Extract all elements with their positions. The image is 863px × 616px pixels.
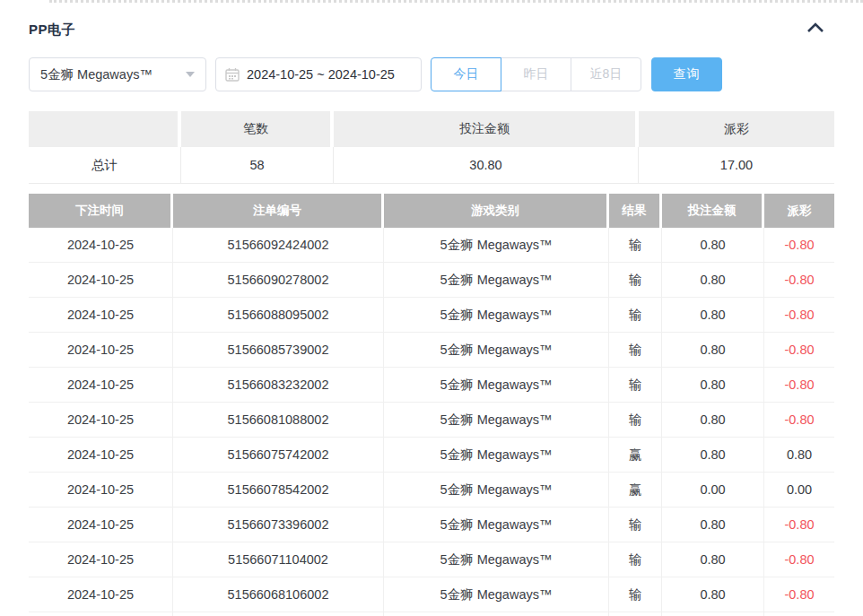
cell-bet-amount: 0.80	[662, 368, 764, 402]
cell-bet-time: 2024-10-25	[29, 263, 173, 297]
cell-bet-amount: 0.80	[662, 542, 764, 577]
panel-title: PP电子	[29, 22, 75, 39]
cell-result: 输	[609, 577, 662, 612]
quick-range-group: 今日 昨日 近8日	[431, 57, 641, 91]
table-row: 2024-10-25 51566068106002 5金狮 Megaways™ …	[29, 577, 834, 612]
cell-bet-amount: 0.80	[662, 612, 764, 616]
summary-header-payout: 派彩	[639, 111, 834, 147]
summary-header-row: 笔数 投注金额 派彩	[29, 111, 834, 147]
cell-payout: -0.80	[764, 612, 834, 616]
table-row: 2024-10-25 51566078542002 5金狮 Megaways™ …	[29, 473, 834, 508]
cell-payout: -0.80	[764, 228, 834, 262]
filter-controls: 5金狮 Megaways™ 2024-10-25 ~ 2024-10-25	[29, 57, 863, 91]
cell-bet-amount: 0.80	[662, 298, 764, 332]
cell-bet-amount: 0.00	[662, 473, 764, 507]
header-bet-time: 下注时间	[29, 194, 170, 228]
cell-game-type: 5金狮 Megaways™	[384, 228, 609, 262]
summary-total-bet-amount: 30.80	[334, 147, 639, 183]
table-row: 2024-10-25 51566065992002 5金狮 Megaways™ …	[29, 612, 834, 616]
cell-payout: -0.80	[764, 298, 834, 332]
cell-result: 输	[609, 298, 662, 332]
game-select[interactable]: 5金狮 Megaways™	[29, 57, 206, 91]
cell-game-type: 5金狮 Megaways™	[384, 333, 609, 367]
cell-game-type: 5金狮 Megaways™	[384, 298, 609, 332]
bet-table: 下注时间 注单编号 游戏类别 结果 投注金额 派彩 2024-10-25 515…	[29, 194, 834, 616]
cell-bet-id: 51566071104002	[173, 542, 384, 577]
yesterday-button[interactable]: 昨日	[501, 57, 571, 91]
cell-bet-id: 51566078542002	[173, 473, 384, 507]
cell-payout: -0.80	[764, 508, 834, 542]
top-dashed-divider	[49, 0, 863, 3]
date-range-picker[interactable]: 2024-10-25 ~ 2024-10-25	[215, 57, 422, 91]
query-button[interactable]: 查询	[651, 57, 722, 91]
cell-bet-amount: 0.80	[662, 263, 764, 297]
table-row: 2024-10-25 51566088095002 5金狮 Megaways™ …	[29, 298, 834, 333]
cell-result: 输	[609, 263, 662, 297]
cell-payout: 0.00	[764, 473, 834, 507]
cell-bet-amount: 0.80	[662, 508, 764, 542]
table-row: 2024-10-25 51566081088002 5金狮 Megaways™ …	[29, 403, 834, 438]
cell-result: 输	[609, 368, 662, 402]
cell-game-type: 5金狮 Megaways™	[384, 403, 609, 437]
chevron-up-icon	[806, 22, 824, 33]
table-row: 2024-10-25 51566073396002 5金狮 Megaways™ …	[29, 508, 834, 542]
cell-bet-id: 51566090278002	[173, 263, 384, 297]
header-bet-id: 注单编号	[173, 194, 381, 228]
cell-game-type: 5金狮 Megaways™	[384, 263, 609, 297]
cell-payout: -0.80	[764, 263, 834, 297]
bet-table-body: 2024-10-25 51566092424002 5金狮 Megaways™ …	[29, 228, 834, 616]
cell-game-type: 5金狮 Megaways™	[384, 368, 609, 402]
cell-bet-time: 2024-10-25	[29, 368, 173, 402]
cell-payout: -0.80	[764, 368, 834, 402]
collapse-button[interactable]	[806, 20, 825, 36]
cell-bet-time: 2024-10-25	[29, 228, 173, 262]
table-row: 2024-10-25 51566071104002 5金狮 Megaways™ …	[29, 542, 834, 577]
cell-bet-amount: 0.80	[662, 333, 764, 367]
cell-game-type: 5金狮 Megaways™	[384, 473, 609, 507]
game-select-value: 5金狮 Megaways™	[40, 66, 180, 83]
summary-table: 笔数 投注金额 派彩 总计 58 30.80 17.00	[29, 111, 834, 184]
cell-result: 输	[609, 403, 662, 437]
caret-down-icon	[186, 72, 195, 77]
today-button[interactable]: 今日	[431, 57, 501, 91]
cell-bet-id: 51566081088002	[173, 403, 384, 437]
summary-header-count: 笔数	[181, 111, 330, 147]
cell-bet-time: 2024-10-25	[29, 473, 173, 507]
cell-bet-time: 2024-10-25	[29, 577, 173, 612]
cell-game-type: 5金狮 Megaways™	[384, 508, 609, 542]
header-game-type: 游戏类别	[384, 194, 606, 228]
header-result: 结果	[609, 194, 659, 228]
summary-header-blank	[29, 111, 178, 147]
summary-total-row: 总计 58 30.80 17.00	[29, 147, 834, 184]
cell-payout: -0.80	[764, 577, 834, 612]
cell-game-type: 5金狮 Megaways™	[384, 577, 609, 612]
cell-result: 赢	[609, 473, 662, 507]
header-bet-amount: 投注金额	[662, 194, 762, 228]
cell-game-type: 5金狮 Megaways™	[384, 438, 609, 472]
cell-bet-amount: 0.80	[662, 228, 764, 262]
cell-payout: 0.80	[764, 438, 834, 472]
table-row: 2024-10-25 51566075742002 5金狮 Megaways™ …	[29, 438, 834, 473]
summary-header-bet-amount: 投注金额	[334, 111, 635, 147]
cell-game-type: 5金狮 Megaways™	[384, 612, 609, 616]
cell-bet-id: 51566085739002	[173, 333, 384, 367]
cell-payout: -0.80	[764, 333, 834, 367]
cell-payout: -0.80	[764, 542, 834, 577]
cell-result: 输	[609, 228, 662, 262]
cell-bet-id: 51566068106002	[173, 577, 384, 612]
table-row: 2024-10-25 51566090278002 5金狮 Megaways™ …	[29, 263, 834, 298]
cell-bet-id: 51566088095002	[173, 298, 384, 332]
cell-bet-id: 51566073396002	[173, 508, 384, 542]
cell-bet-time: 2024-10-25	[29, 333, 173, 367]
header-payout: 派彩	[764, 194, 834, 228]
summary-total-payout: 17.00	[639, 147, 834, 183]
summary-total-label: 总计	[29, 147, 181, 183]
summary-total-count: 58	[181, 147, 334, 183]
bet-table-header-row: 下注时间 注单编号 游戏类别 结果 投注金额 派彩	[29, 194, 834, 228]
pp-electronic-panel: PP电子 5金狮 Megaways™	[0, 0, 863, 616]
cell-result: 输	[609, 612, 662, 616]
last-8-days-button[interactable]: 近8日	[571, 57, 641, 91]
cell-bet-id: 51566075742002	[173, 438, 384, 472]
cell-bet-time: 2024-10-25	[29, 542, 173, 577]
table-row: 2024-10-25 51566083232002 5金狮 Megaways™ …	[29, 368, 834, 403]
